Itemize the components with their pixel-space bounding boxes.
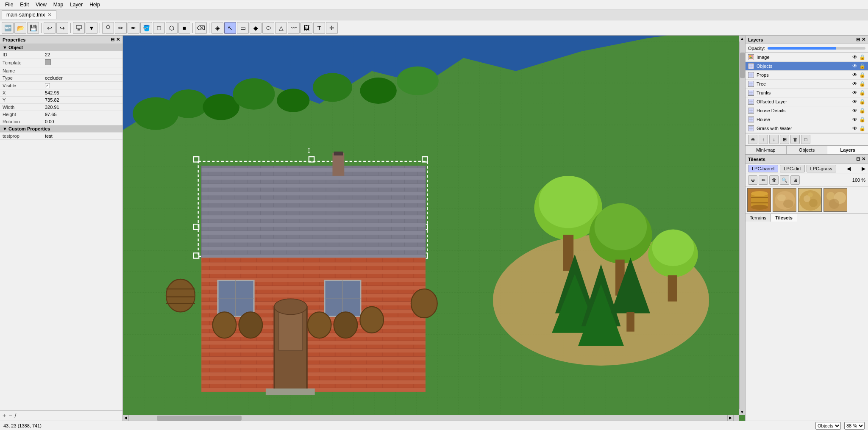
menu-edit[interactable]: Edit <box>17 1 32 8</box>
tb-hex[interactable]: ⬡ <box>166 22 178 34</box>
tb-dropdown[interactable]: ▼ <box>86 22 97 34</box>
tile-2[interactable] <box>773 188 796 212</box>
prop-label-testprop[interactable]: testprop <box>0 133 42 140</box>
move-layer-down-btn[interactable]: ↓ <box>769 135 779 144</box>
menu-file[interactable]: File <box>2 1 17 8</box>
layer-visible-trunks[interactable]: 👁 <box>852 90 857 96</box>
tile-3[interactable] <box>798 188 822 212</box>
tileset-tab-barrel[interactable]: LPC-barrel <box>748 165 778 172</box>
edit-property-btn[interactable]: / <box>14 412 16 419</box>
tb-edit-polygon2[interactable]: ✒ <box>128 22 139 34</box>
tb-open[interactable]: 📂 <box>14 22 26 34</box>
tile-4[interactable] <box>823 188 847 212</box>
tb-paint[interactable]: 🪣 <box>140 22 152 34</box>
layer-lock-offseted[interactable]: 🔒 <box>859 99 865 105</box>
layer-lock-tree[interactable]: 🔒 <box>859 81 865 87</box>
prop-value-height[interactable]: 97.65 <box>42 111 122 118</box>
layer-lock-objects[interactable]: 🔒 <box>859 63 865 69</box>
layer-visible-offseted[interactable]: 👁 <box>852 99 857 105</box>
remove-property-btn[interactable]: − <box>8 412 12 419</box>
search-tileset-btn[interactable]: 🔍 <box>780 175 789 185</box>
move-layer-up-btn[interactable]: ↑ <box>759 135 768 144</box>
layers-detach-btn[interactable]: ⊟ <box>856 37 860 42</box>
file-tab-close[interactable]: ✕ <box>47 12 52 18</box>
layer-item-props[interactable]: Props 👁 🔒 <box>746 71 868 80</box>
layer-item-house[interactable]: House 👁 🔒 <box>746 115 868 124</box>
tb-move[interactable]: ✛ <box>326 22 338 34</box>
vertical-scrollbar[interactable] <box>739 36 745 415</box>
horizontal-scrollbar[interactable] <box>123 415 739 421</box>
layer-item-house-details[interactable]: House Details 👁 🔒 <box>746 106 868 115</box>
properties-detach-btn[interactable]: ⊟ <box>111 37 114 42</box>
tab-minimap[interactable]: Mini-map <box>746 146 787 154</box>
remove-layer-btn[interactable]: 🗑 <box>790 135 800 144</box>
prop-value-name[interactable] <box>42 67 122 75</box>
prop-value-width[interactable]: 320.91 <box>42 104 122 111</box>
opacity-slider[interactable] <box>768 47 865 50</box>
layer-visible-props[interactable]: 👁 <box>852 72 857 78</box>
menu-layer[interactable]: Layer <box>67 1 86 8</box>
tb-text-object[interactable]: T <box>313 22 325 34</box>
tab-terrains[interactable]: Terrains <box>746 214 771 222</box>
tb-new[interactable]: 🆕 <box>2 22 14 34</box>
layer-lock-house[interactable]: 🔒 <box>859 117 865 122</box>
tb-highlight[interactable]: ◈ <box>211 22 223 34</box>
properties-close-btn[interactable]: ✕ <box>116 37 120 42</box>
layer-select[interactable]: Objects <box>815 422 841 430</box>
layer-lock-trunks[interactable]: 🔒 <box>859 90 865 96</box>
layer-options-btn[interactable]: □ <box>801 135 810 144</box>
prop-value-rotation[interactable]: 0.00 <box>42 118 122 125</box>
duplicate-layer-btn[interactable]: ⊞ <box>780 135 789 144</box>
tb-select-objects[interactable] <box>102 22 114 34</box>
prop-value-id[interactable]: 22 <box>42 51 122 58</box>
layer-visible-tree[interactable]: 👁 <box>852 81 857 87</box>
tb-square[interactable]: ■ <box>178 22 190 34</box>
layer-visible-image[interactable]: 👁 <box>852 54 857 60</box>
tb-point-object[interactable]: ◆ <box>250 22 262 34</box>
menu-map[interactable]: Map <box>50 1 67 8</box>
tileset-tab-grass[interactable]: LPC-grass <box>807 165 836 172</box>
tb-rect[interactable]: □ <box>153 22 165 34</box>
tb-redo[interactable]: ↪ <box>56 22 68 34</box>
tilesets-close-btn[interactable]: ✕ <box>862 156 865 162</box>
file-tab[interactable]: main-sample.tmx ✕ <box>2 10 56 19</box>
tb-image-object[interactable]: 🖼 <box>300 22 312 34</box>
tb-eraser[interactable]: ⌫ <box>195 22 207 34</box>
layer-item-objects[interactable]: Objects 👁 🔒 <box>746 62 868 71</box>
tilesets-detach-btn[interactable]: ⊟ <box>856 156 860 162</box>
add-layer-btn[interactable]: ⊕ <box>748 135 757 144</box>
tab-tilesets-bottom[interactable]: Tilesets <box>771 214 797 222</box>
scroll-down-btn[interactable]: ▼ <box>739 409 745 415</box>
add-property-btn[interactable]: + <box>3 412 6 419</box>
custom-section-header[interactable]: ▼ Custom Properties <box>0 125 122 133</box>
vertical-scrollbar-thumb[interactable] <box>740 53 745 78</box>
tb-pointer[interactable]: ↖ <box>224 22 236 34</box>
scroll-up-btn[interactable]: ▲ <box>739 36 745 42</box>
tb-edit-polygon[interactable]: ✏ <box>115 22 127 34</box>
horizontal-scrollbar-thumb[interactable] <box>157 416 242 421</box>
edit-tileset-btn[interactable]: ✏ <box>759 175 768 185</box>
tb-undo[interactable]: ↩ <box>44 22 56 34</box>
layer-visible-objects[interactable]: 👁 <box>852 63 857 69</box>
menu-help[interactable]: Help <box>86 1 103 8</box>
tileset-prev-btn[interactable]: ◀ <box>847 166 851 172</box>
layer-item-trunks[interactable]: Trunks 👁 🔒 <box>746 89 868 97</box>
tile-1[interactable] <box>747 188 771 212</box>
prop-value-type[interactable]: occluder <box>42 75 122 82</box>
prop-value-testprop[interactable]: test <box>42 133 122 140</box>
layer-lock-image[interactable]: 🔒 <box>859 54 865 60</box>
layer-item-offseted[interactable]: Offseted Layer 👁 🔒 <box>746 97 868 106</box>
layer-item-tree[interactable]: Tree 👁 🔒 <box>746 80 868 89</box>
tb-polygon-object[interactable]: △ <box>275 22 287 34</box>
add-tileset-btn[interactable]: ⊕ <box>748 175 757 185</box>
tileset-tab-dirt[interactable]: LPC-dirt <box>780 165 804 172</box>
layer-item-grass-water[interactable]: Grass with Water 👁 🔒 <box>746 124 868 133</box>
object-section-header[interactable]: ▼ Object <box>0 44 122 51</box>
zoom-select[interactable]: 88 % <box>844 422 865 430</box>
tb-ellipse-object[interactable]: ⬭ <box>262 22 274 34</box>
scroll-right-btn[interactable]: ▶ <box>727 415 733 421</box>
tileset-next-btn[interactable]: ▶ <box>862 166 865 172</box>
tb-rect-select[interactable]: ▭ <box>237 22 249 34</box>
layer-lock-house-details[interactable]: 🔒 <box>859 108 865 114</box>
visible-checkbox[interactable]: ✓ <box>45 83 50 88</box>
